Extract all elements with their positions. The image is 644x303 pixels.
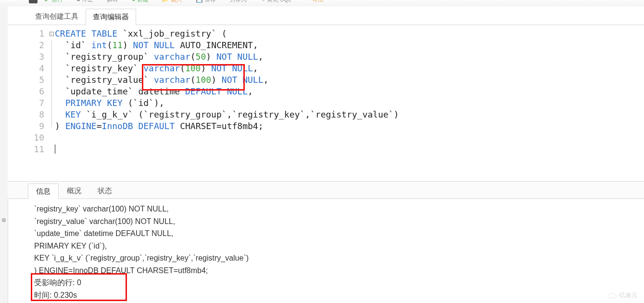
fold-guide-icon xyxy=(51,98,52,110)
code-line[interactable]: `id` int(11) NOT NULL AUTO_INCREMENT, xyxy=(55,40,644,51)
code-line[interactable]: PRIMARY KEY (`id`), xyxy=(55,97,644,109)
info-line: `registry_value` varchar(100) NOT NULL, xyxy=(34,215,644,228)
code-line[interactable] xyxy=(55,132,644,144)
gutter-handle-icon[interactable] xyxy=(2,218,6,222)
fold-marker[interactable] xyxy=(48,110,55,121)
stop-button[interactable]: ■ 停止 xyxy=(76,0,93,4)
line-number: 3 xyxy=(8,51,44,63)
fold-marker[interactable]: − xyxy=(48,29,55,40)
fold-marker[interactable] xyxy=(48,87,55,98)
line-number: 6 xyxy=(8,86,44,97)
info-line: `registry_key` varchar(100) NOT NULL, xyxy=(34,203,644,215)
info-line: `update_time` datetime DEFAULT NULL, xyxy=(34,227,644,240)
line-number: 11 xyxy=(8,144,44,155)
info-line: KEY `i_g_k_v` (`registry_group`,`registr… xyxy=(34,252,644,264)
fold-marker[interactable] xyxy=(48,40,55,52)
cloud-icon xyxy=(606,291,617,299)
fold-marker[interactable] xyxy=(48,145,55,156)
code-line[interactable]: `registry_key` varchar(100) NOT NULL, xyxy=(55,63,644,74)
save-button[interactable]: 💾 保存 xyxy=(196,0,216,4)
code-line[interactable]: `registry_value` varchar(100) NOT NULL, xyxy=(55,74,644,86)
fold-marker[interactable] xyxy=(48,133,55,145)
line-number: 7 xyxy=(8,97,44,109)
code-line[interactable]: `registry_group` varchar(50) NOT NULL, xyxy=(55,51,644,63)
fold-guide-icon xyxy=(51,87,52,98)
line-number: 4 xyxy=(8,63,44,74)
watermark-text: 亿速云 xyxy=(619,291,638,300)
fold-collapse-icon[interactable]: − xyxy=(50,32,54,36)
load-button[interactable]: 📂 载入 xyxy=(162,0,182,4)
fold-guide-icon xyxy=(51,121,52,127)
tab-status[interactable]: 状态 xyxy=(89,183,120,198)
window-left-gutter xyxy=(0,6,8,303)
code-line[interactable]: `update_time` datetime DEFAULT NULL, xyxy=(55,86,644,97)
line-number: 1 xyxy=(8,28,44,40)
info-line: ) ENGINE=InnoDB DEFAULT CHARSET=utf8mb4; xyxy=(34,264,644,277)
info-line: PRIMARY KEY (`id`), xyxy=(34,240,644,252)
watermark: 亿速云 xyxy=(606,291,638,300)
run-button[interactable]: ▶ 运行 xyxy=(44,0,63,4)
text-caret xyxy=(55,145,55,154)
fold-marker[interactable] xyxy=(48,75,55,87)
sql-editor[interactable]: 1234567891011 − CREATE TABLE `xxl_job_re… xyxy=(8,25,644,181)
saveas-button[interactable]: 另存为 xyxy=(229,0,247,4)
fold-marker[interactable] xyxy=(48,52,55,64)
line-number: 10 xyxy=(8,132,44,144)
line-number: 5 xyxy=(8,74,44,86)
fold-guide-icon xyxy=(51,75,52,87)
code-line[interactable]: KEY `i_g_k_v` (`registry_group`,`registr… xyxy=(55,109,644,120)
result-panel: 信息 概况 状态 `registry_key` varchar(100) NOT… xyxy=(8,181,644,303)
fold-guide-icon xyxy=(51,52,52,64)
line-number: 2 xyxy=(8,40,44,51)
fold-guide-icon xyxy=(51,110,52,121)
fold-marker[interactable] xyxy=(48,121,55,133)
result-tab-bar: 信息 概况 状态 xyxy=(8,182,644,199)
explain-button[interactable]: 解释 xyxy=(107,0,118,4)
tab-profile[interactable]: 概况 xyxy=(59,183,89,198)
fold-marker[interactable] xyxy=(48,98,55,110)
code-line[interactable]: ) ENGINE=InnoDB DEFAULT CHARSET=utf8mb4; xyxy=(55,120,644,132)
info-line: 时间: 0.230s xyxy=(34,289,644,302)
export-button[interactable]: → 导出 xyxy=(305,0,324,4)
editor-tab-bar: 查询创建工具 查询编辑器 xyxy=(8,6,644,25)
line-number: 9 xyxy=(8,120,44,132)
beautify-button[interactable]: ✎ 美化 SQL xyxy=(260,0,291,4)
main-toolbar: ▶ 运行 ■ 停止 解释 ● 新建 📂 载入 💾 保存 另存为 ✎ 美化 SQL… xyxy=(0,0,644,7)
info-line: 受影响的行: 0 xyxy=(34,277,644,289)
stop-icon xyxy=(29,0,38,3)
fold-marker[interactable] xyxy=(48,64,55,75)
fold-gutter: − xyxy=(48,28,55,181)
tab-query-builder[interactable]: 查询创建工具 xyxy=(28,8,86,25)
code-line[interactable]: CREATE TABLE `xxl_job_registry` ( xyxy=(55,28,644,40)
code-line[interactable] xyxy=(55,144,644,155)
line-number-gutter: 1234567891011 xyxy=(8,28,48,181)
tab-info[interactable]: 信息 xyxy=(28,184,59,199)
code-area[interactable]: CREATE TABLE `xxl_job_registry` ( `id` i… xyxy=(55,28,644,181)
tab-query-editor[interactable]: 查询编辑器 xyxy=(86,9,136,25)
new-button[interactable]: ● 新建 xyxy=(132,0,149,4)
line-number: 8 xyxy=(8,109,44,120)
fold-guide-icon xyxy=(51,64,52,75)
fold-guide-icon xyxy=(51,40,52,52)
info-output[interactable]: `registry_key` varchar(100) NOT NULL,`re… xyxy=(8,199,644,303)
